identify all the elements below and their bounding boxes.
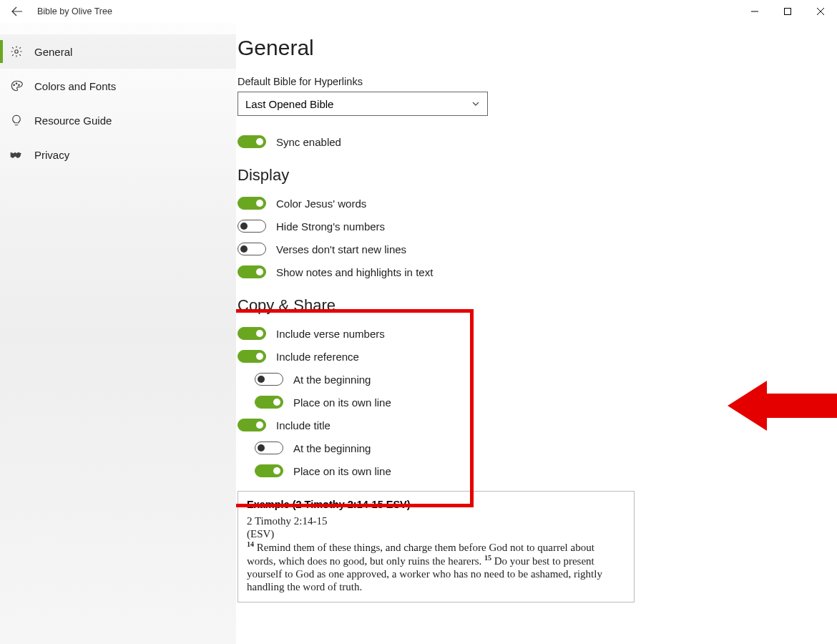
include-verse-numbers-label: Include verse numbers	[276, 328, 385, 340]
example-reference-line: 2 Timothy 2:14-15	[247, 514, 625, 527]
svg-rect-0	[785, 9, 791, 15]
example-title-line: (ESV)	[247, 527, 625, 540]
example-verse-number-15: 15	[484, 554, 491, 562]
close-button[interactable]	[804, 0, 837, 23]
title-own-line-label: Place on its own line	[293, 465, 391, 477]
default-bible-select[interactable]: Last Opened Bible	[238, 92, 488, 116]
title-at-beginning-label: At the beginning	[293, 442, 371, 454]
gear-icon	[9, 45, 24, 58]
verses-newline-toggle[interactable]	[238, 243, 266, 255]
include-verse-numbers-toggle[interactable]	[238, 327, 266, 340]
default-bible-label: Default Bible for Hyperlinks	[238, 76, 816, 87]
toggle-row-sync: Sync enabled	[238, 130, 816, 153]
ref-at-beginning-label: At the beginning	[293, 374, 371, 386]
copy-share-heading: Copy & Share	[238, 296, 816, 315]
lightbulb-icon	[9, 114, 24, 127]
back-button[interactable]	[6, 0, 29, 23]
palette-icon	[9, 79, 24, 92]
sidebar-item-label: Privacy	[34, 149, 69, 161]
svg-point-1	[15, 50, 19, 54]
hide-strongs-label: Hide Strong's numbers	[276, 220, 385, 233]
sidebar: General Colors and Fonts Resource Guide …	[0, 23, 236, 644]
select-value: Last Opened Bible	[245, 98, 333, 110]
ref-own-line-label: Place on its own line	[293, 396, 391, 409]
title-bar: Bible by Olive Tree	[0, 0, 837, 23]
sidebar-item-general[interactable]: General	[0, 34, 236, 69]
verses-newline-label: Verses don't start new lines	[276, 243, 406, 255]
chevron-down-icon	[471, 98, 480, 110]
example-verse-number-14: 14	[247, 540, 254, 548]
include-title-label: Include title	[276, 419, 331, 431]
show-notes-toggle[interactable]	[238, 265, 266, 278]
annotation-arrow-icon	[728, 381, 837, 431]
color-jesus-words-toggle[interactable]	[238, 197, 266, 210]
include-reference-label: Include reference	[276, 351, 359, 363]
title-at-beginning-toggle[interactable]	[255, 441, 283, 454]
sidebar-item-label: Resource Guide	[34, 114, 112, 127]
show-notes-label: Show notes and highlights in text	[276, 266, 433, 278]
example-heading: Example (2 Timothy 2:14-15 ESV)	[247, 499, 625, 510]
svg-point-2	[14, 84, 15, 86]
ref-own-line-toggle[interactable]	[255, 396, 283, 409]
maximize-button[interactable]	[771, 0, 804, 23]
ref-at-beginning-toggle[interactable]	[255, 373, 283, 386]
handshake-icon	[9, 150, 24, 160]
include-title-toggle[interactable]	[238, 419, 266, 431]
example-box: Example (2 Timothy 2:14-15 ESV) 2 Timoth…	[238, 491, 635, 602]
svg-marker-5	[728, 381, 837, 431]
sync-label: Sync enabled	[276, 136, 341, 148]
sync-toggle[interactable]	[238, 135, 266, 148]
minimize-button[interactable]	[738, 0, 771, 23]
main-content: General Default Bible for Hyperlinks Las…	[236, 23, 837, 644]
sidebar-item-label: General	[34, 46, 72, 58]
svg-point-3	[16, 83, 17, 84]
sidebar-item-label: Colors and Fonts	[34, 80, 116, 92]
display-heading: Display	[238, 166, 816, 185]
sidebar-item-colors-fonts[interactable]: Colors and Fonts	[0, 69, 236, 103]
hide-strongs-toggle[interactable]	[238, 220, 266, 233]
include-reference-toggle[interactable]	[238, 350, 266, 363]
title-own-line-toggle[interactable]	[255, 464, 283, 477]
sidebar-item-privacy[interactable]: Privacy	[0, 137, 236, 172]
window-title: Bible by Olive Tree	[29, 6, 112, 16]
svg-point-4	[19, 84, 20, 86]
sidebar-item-resource-guide[interactable]: Resource Guide	[0, 103, 236, 137]
color-jesus-words-label: Color Jesus' words	[276, 197, 366, 210]
page-title: General	[238, 36, 816, 60]
